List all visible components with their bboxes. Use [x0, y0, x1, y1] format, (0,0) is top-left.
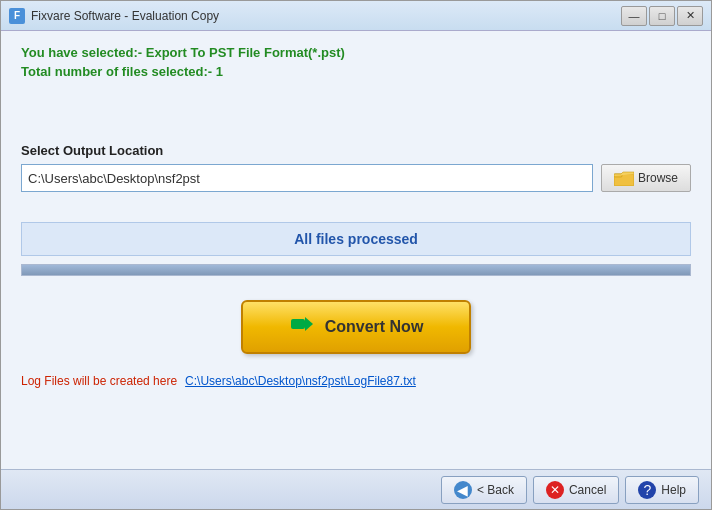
progress-bar-container [21, 264, 691, 276]
back-icon: ◀ [454, 481, 472, 499]
progress-section: All files processed [21, 222, 691, 276]
svg-rect-2 [291, 319, 305, 329]
bottom-bar: ◀ < Back ✕ Cancel ? Help [1, 469, 711, 509]
output-row: Browse [21, 164, 691, 192]
files-selected-text: Total number of files selected:- 1 [21, 64, 691, 79]
back-button[interactable]: ◀ < Back [441, 476, 527, 504]
browse-button[interactable]: Browse [601, 164, 691, 192]
main-content: You have selected:- Export To PST File F… [1, 31, 711, 469]
maximize-button[interactable]: □ [649, 6, 675, 26]
close-button[interactable]: ✕ [677, 6, 703, 26]
window-controls: — □ ✕ [621, 6, 703, 26]
output-section: Select Output Location Browse [21, 143, 691, 192]
help-icon: ? [638, 481, 656, 499]
convert-label: Convert Now [325, 318, 424, 336]
browse-folder-icon [614, 170, 634, 186]
convert-arrow-icon [289, 311, 315, 343]
back-label: < Back [477, 483, 514, 497]
title-bar: F Fixvare Software - Evaluation Copy — □… [1, 1, 711, 31]
folder-svg [614, 170, 634, 186]
cancel-label: Cancel [569, 483, 606, 497]
output-path-input[interactable] [21, 164, 593, 192]
main-window: F Fixvare Software - Evaluation Copy — □… [0, 0, 712, 510]
progress-bar-fill [22, 265, 690, 275]
help-button[interactable]: ? Help [625, 476, 699, 504]
cancel-button[interactable]: ✕ Cancel [533, 476, 619, 504]
window-title: Fixvare Software - Evaluation Copy [31, 9, 621, 23]
log-file-link[interactable]: C:\Users\abc\Desktop\nsf2pst\LogFile87.t… [185, 374, 416, 388]
svg-marker-3 [305, 317, 313, 331]
log-section: Log Files will be created here C:\Users\… [21, 374, 691, 388]
log-prefix-text: Log Files will be created here [21, 374, 177, 388]
help-label: Help [661, 483, 686, 497]
convert-svg-icon [289, 311, 315, 337]
minimize-button[interactable]: — [621, 6, 647, 26]
browse-label: Browse [638, 171, 678, 185]
app-icon: F [9, 8, 25, 24]
progress-status: All files processed [21, 222, 691, 256]
convert-section: Convert Now [21, 300, 691, 354]
selected-format-text: You have selected:- Export To PST File F… [21, 45, 691, 60]
output-label: Select Output Location [21, 143, 691, 158]
cancel-icon: ✕ [546, 481, 564, 499]
convert-now-button[interactable]: Convert Now [241, 300, 471, 354]
